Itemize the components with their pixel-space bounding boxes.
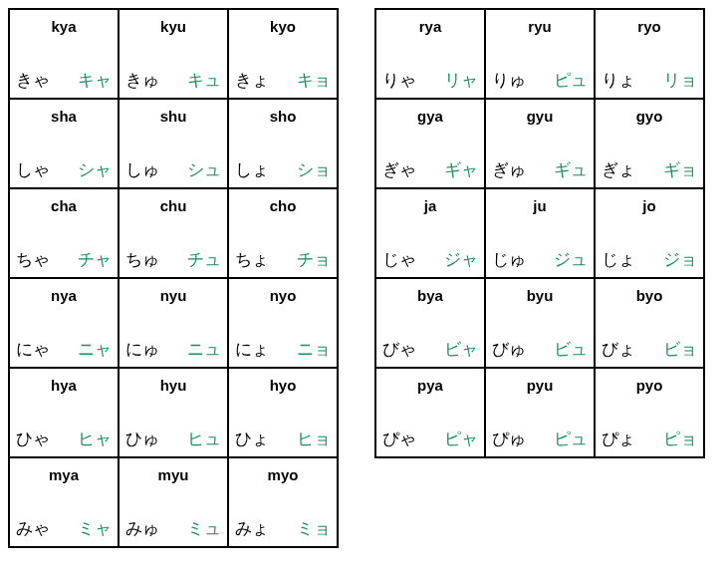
- kana-cell: pyoぴょピョ: [596, 369, 703, 456]
- katakana: ニャ: [78, 338, 112, 361]
- kana-cell: jaじゃジャ: [376, 189, 484, 277]
- romaji-label: pyo: [596, 369, 703, 394]
- romaji-label: hyu: [120, 369, 227, 394]
- kana-cell: byoびょビョ: [596, 279, 703, 367]
- kana-cell: kyoきょキョ: [229, 10, 337, 98]
- romaji-label: ja: [376, 189, 484, 214]
- katakana: ヒャ: [78, 428, 112, 450]
- romaji-label: ryu: [486, 10, 594, 35]
- hiragana: ぎゅ: [492, 158, 526, 181]
- hiragana: りゃ: [382, 69, 416, 92]
- katakana: ミョ: [297, 517, 331, 540]
- kana-cell: shaしゃシャ: [10, 100, 118, 187]
- kana-cell: pyuぴゅピュ: [486, 369, 594, 456]
- kana-cell: myaみゃミャ: [10, 458, 118, 546]
- hiragana: みゅ: [125, 517, 159, 540]
- romaji-label: nyu: [120, 279, 227, 304]
- katakana: ビョ: [663, 338, 697, 361]
- romaji-label: rya: [376, 10, 484, 35]
- romaji-label: gyo: [596, 100, 703, 125]
- romaji-label: gya: [376, 100, 484, 125]
- kana-cell: joじょジョ: [596, 189, 703, 277]
- katakana: ピョ: [663, 428, 697, 450]
- left-table: kyaきゃキャ kyuきゅキュ kyoきょキョ shaしゃシャ shuしゅシュ …: [8, 8, 339, 548]
- kana-cell: ryaりゃリャ: [376, 10, 484, 98]
- katakana: ミュ: [187, 517, 221, 540]
- katakana: ギャ: [444, 158, 478, 181]
- romaji-label: shu: [120, 100, 227, 125]
- kana-cell: nyuにゅニュ: [120, 279, 227, 367]
- kana-cell: choちょチョ: [229, 189, 337, 277]
- right-table: ryaりゃリャ ryuりゅピュ ryoりょリョ gyaぎゃギャ gyuぎゅギュ …: [374, 8, 705, 458]
- katakana: リョ: [663, 69, 697, 92]
- hiragana: じゅ: [492, 248, 526, 271]
- hiragana: しゅ: [125, 158, 159, 181]
- romaji-label: hyo: [229, 369, 337, 394]
- hiragana: しゃ: [16, 158, 50, 181]
- romaji-label: kya: [10, 10, 118, 35]
- romaji-label: cho: [229, 189, 337, 214]
- katakana: シュ: [187, 158, 221, 181]
- hiragana: ちょ: [235, 248, 269, 271]
- romaji-label: kyu: [120, 10, 227, 35]
- hiragana: びょ: [602, 338, 635, 361]
- katakana: ショ: [297, 158, 331, 181]
- katakana: チョ: [297, 248, 331, 271]
- kana-cell: ryuりゅピュ: [486, 10, 594, 98]
- hiragana: りょ: [602, 69, 635, 92]
- romaji-label: bya: [376, 279, 484, 304]
- hiragana: ぴゃ: [382, 428, 416, 450]
- hiragana: きょ: [235, 69, 269, 92]
- katakana: ニョ: [297, 338, 331, 361]
- kana-cell: hyaひゃヒャ: [10, 369, 118, 456]
- kana-cell: nyaにゃニャ: [10, 279, 118, 367]
- romaji-label: byo: [596, 279, 703, 304]
- romaji-label: myo: [229, 458, 337, 483]
- katakana: ギョ: [663, 158, 697, 181]
- hiragana: しょ: [235, 158, 269, 181]
- hiragana: ぎゃ: [382, 158, 416, 181]
- katakana: キュ: [187, 69, 221, 92]
- hiragana: にゃ: [16, 338, 50, 361]
- katakana: ビュ: [554, 338, 588, 361]
- katakana: リャ: [444, 69, 478, 92]
- kana-cell: shuしゅシュ: [120, 100, 227, 187]
- kana-cell: byuびゅビュ: [486, 279, 594, 367]
- katakana: ジョ: [663, 248, 697, 271]
- romaji-label: ju: [486, 189, 594, 214]
- hiragana: ちゃ: [16, 248, 50, 271]
- romaji-label: jo: [596, 189, 703, 214]
- kana-cell: shoしょショ: [229, 100, 337, 187]
- kana-cell: gyaぎゃギャ: [376, 100, 484, 187]
- hiragana: じゃ: [382, 248, 416, 271]
- kana-cell: myuみゅミュ: [120, 458, 227, 546]
- katakana: ピャ: [444, 428, 478, 450]
- katakana: ヒョ: [297, 428, 331, 450]
- hiragana: ひゃ: [16, 428, 50, 450]
- kana-cell: byaびゃビャ: [376, 279, 484, 367]
- hiragana: ぴゅ: [492, 428, 526, 450]
- romaji-label: sha: [10, 100, 118, 125]
- katakana: キャ: [78, 69, 112, 92]
- hiragana: ひょ: [235, 428, 269, 450]
- kana-cell: kyuきゅキュ: [120, 10, 227, 98]
- hiragana: りゅ: [492, 69, 526, 92]
- hiragana: ぴょ: [602, 428, 635, 450]
- kana-cell: chuちゅチュ: [120, 189, 227, 277]
- kana-cell: gyuぎゅギュ: [486, 100, 594, 187]
- kana-cell: gyoぎょギョ: [596, 100, 703, 187]
- romaji-label: hya: [10, 369, 118, 394]
- kana-cell: hyuひゅヒュ: [120, 369, 227, 456]
- hiragana: みゃ: [16, 517, 50, 540]
- hiragana: きゃ: [16, 69, 50, 92]
- kana-cell: hyoひょヒョ: [229, 369, 337, 456]
- kana-cell: juじゅジュ: [486, 189, 594, 277]
- katakana: ミャ: [78, 517, 112, 540]
- romaji-label: gyu: [486, 100, 594, 125]
- hiragana: じょ: [602, 248, 635, 271]
- kana-cell: pyaぴゃピャ: [376, 369, 484, 456]
- hiragana: ひゅ: [125, 428, 159, 450]
- hiragana: びゃ: [382, 338, 416, 361]
- romaji-label: chu: [120, 189, 227, 214]
- katakana: キョ: [297, 69, 331, 92]
